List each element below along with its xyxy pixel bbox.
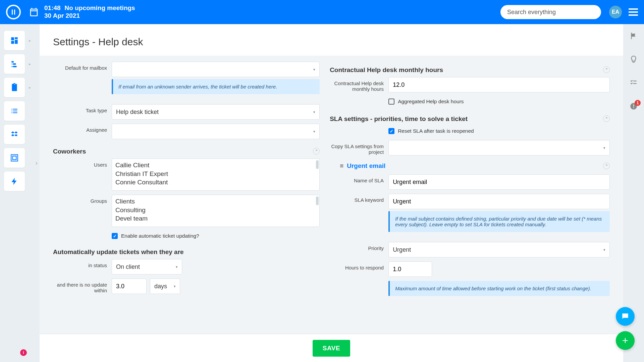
no-update-unit-select[interactable]: days▾ [150,279,180,294]
hours-respond-info: Maximum amount of time allowed before st… [388,281,610,296]
app-logo[interactable] [6,5,21,19]
task-type-select[interactable]: Help desk ticket▾ [112,104,320,120]
sidebar-group-icon[interactable] [4,148,25,168]
sidebar-bolt-icon[interactable] [4,172,25,191]
monthly-hours-label: Contractual Help desk monthly hours [330,77,388,92]
groups-label: Groups [53,195,112,204]
users-listbox[interactable]: Callie Client Christian IT Expert Connie… [112,159,320,191]
coworkers-heading: Coworkers⌃ [53,143,320,159]
bulb-icon[interactable] [629,55,638,65]
scrollbar-thumb[interactable] [316,196,319,205]
page-title: Settings - Help desk [40,34,623,56]
list-item[interactable]: Connie Consultant [115,178,316,187]
save-button[interactable]: SAVE [313,340,350,357]
sidebar-dropbox-icon[interactable] [4,125,25,144]
collapse-icon[interactable]: ⌃ [313,148,320,155]
aggregated-checkbox-row[interactable]: Aggregated Help desk hours [388,97,610,107]
auto-update-heading: Automatically update tickets when they a… [53,245,320,259]
checkbox-icon[interactable] [388,128,394,134]
hours-respond-input[interactable] [388,261,432,277]
notification-icon[interactable]: 1 [629,102,638,112]
main: Settings - Help desk Default for mailbox… [40,24,623,362]
no-update-label: and there is no update within [53,279,112,293]
drag-icon[interactable]: ≡ [340,162,343,170]
header-meeting-status: No upcoming meetings [65,4,135,11]
topbar: 01:48No upcoming meetings 30 Apr 2021 EA [0,0,644,24]
in-status-label: in status [53,259,112,268]
checkbox-icon[interactable] [388,99,394,105]
priority-label: Priority [330,242,388,251]
tasks-icon[interactable] [629,78,638,88]
list-item[interactable]: Christian IT Expert [115,170,316,178]
header-date: 30 Apr 2021 [44,12,135,20]
assignee-label: Assignee [53,124,112,133]
urgent-email-section[interactable]: ≡ Urgent email ⌃ [330,160,610,174]
sla-keyword-label: SLA keyword [330,194,388,203]
flag-icon[interactable] [629,32,638,42]
scrollbar-thumb[interactable] [316,160,319,169]
search-input[interactable] [500,5,601,19]
menu-icon[interactable] [629,8,638,16]
name-sla-label: Name of SLA [330,174,388,183]
default-mailbox-label: Default for mailbox [53,62,112,71]
name-sla-input[interactable] [388,174,610,190]
checkbox-icon[interactable] [112,233,118,239]
assignee-select[interactable]: ▾ [112,124,320,139]
sidebar-left: ▸ ▸ ▸ › i [0,24,40,362]
task-type-label: Task type [53,104,112,113]
header-time: 01:48 [44,4,61,11]
no-update-value-input[interactable] [112,279,147,294]
copy-sla-select[interactable]: ▾ [388,140,610,156]
list-item[interactable]: Devel team [115,214,316,223]
users-label: Users [53,159,112,168]
sidebar-expand-icon[interactable]: › [36,160,38,167]
svg-rect-1 [633,105,634,107]
list-item[interactable]: Consulting [115,206,316,215]
sidebar-list-icon[interactable] [4,101,25,121]
monthly-hours-heading: Contractual Help desk monthly hours⌃ [330,62,610,77]
mailbox-info: If email from an unknown sender arrives,… [112,79,320,94]
groups-listbox[interactable]: Clients Consulting Devel team [112,195,320,227]
default-mailbox-select[interactable]: ▾ [112,62,320,77]
header-date-block: 01:48No upcoming meetings 30 Apr 2021 [44,4,135,20]
reset-sla-checkbox-row[interactable]: Reset SLA after task is reopened [388,126,610,136]
sidebar-clipboard-icon[interactable]: ▸ [4,78,25,97]
in-status-select[interactable]: On client▾ [112,259,182,275]
sla-keyword-input[interactable] [388,194,610,209]
list-item[interactable]: Callie Client [115,161,316,170]
collapse-icon[interactable]: ⌃ [603,163,610,169]
collapse-icon[interactable]: ⌃ [603,66,610,73]
list-item[interactable]: Clients [115,197,316,206]
priority-select[interactable]: Urgent▾ [388,242,610,257]
sidebar-dashboard-icon[interactable]: ▸ [4,31,25,50]
svg-point-2 [633,107,634,108]
calendar-icon[interactable] [29,7,39,17]
add-fab[interactable] [616,331,635,350]
sla-settings-heading: SLA settings - priorities, time to solve… [330,111,610,126]
hours-respond-label: Hours to respond [330,261,388,270]
chat-fab[interactable] [616,307,635,326]
sidebar-hierarchy-icon[interactable]: ▸ [4,54,25,74]
save-bar: SAVE [40,334,623,362]
enable-auto-checkbox-row[interactable]: Enable automatic ticket updating? [112,231,320,241]
sidebar-alert-icon[interactable]: i [20,349,27,356]
monthly-hours-input[interactable] [388,77,610,93]
copy-sla-label: Copy SLA settings from project [330,140,388,155]
sla-keyword-info: If the mail subject contains defined str… [388,211,610,232]
avatar[interactable]: EA [609,6,622,18]
collapse-icon[interactable]: ⌃ [603,115,610,122]
